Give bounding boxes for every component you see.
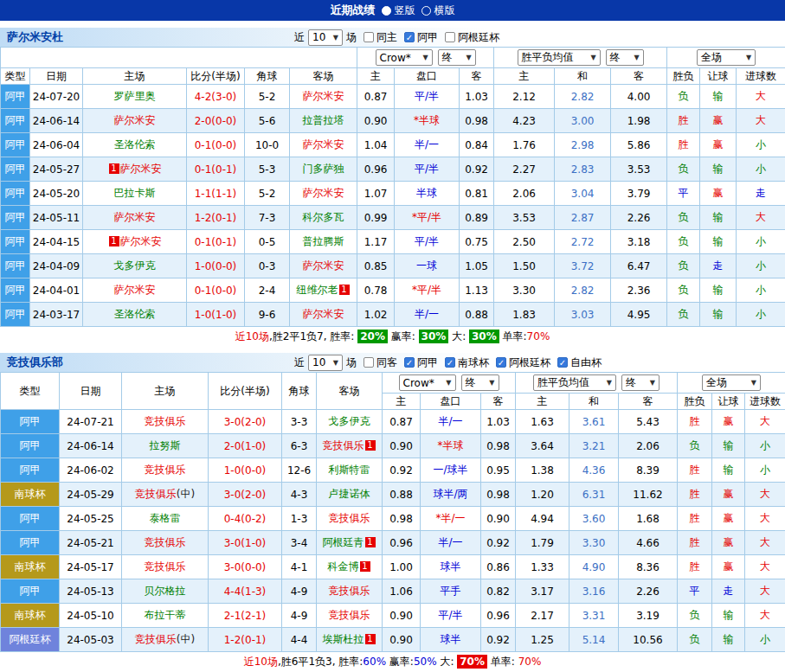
odds-home-cell: 0.85: [357, 254, 395, 278]
chevron-down-icon: ▼: [607, 379, 612, 387]
checkbox-unchecked-icon[interactable]: [364, 357, 374, 368]
checkbox-checked-icon[interactable]: ✓: [404, 357, 415, 368]
avg-odds-cell: 胜平负均值 ▼ 终 ▼: [494, 48, 667, 68]
filter-option-label: 同客: [376, 355, 397, 370]
bookmaker-select[interactable]: Crow* ▼: [376, 49, 433, 66]
team-name-text: 门多萨独: [303, 163, 344, 175]
score-cell: 0-1(0-1): [187, 230, 245, 254]
radio-horizontal-layout[interactable]: 横版: [421, 3, 455, 18]
outcome-cell: 负: [678, 434, 712, 458]
home-team-cell: 竞技俱乐: [122, 531, 209, 555]
avg-draw-cell: 2.82: [555, 85, 611, 109]
score-cell: 0-1(0-0): [187, 133, 245, 157]
summary-segment: 近10场: [244, 655, 278, 669]
odds-final-select[interactable]: 终 ▼: [438, 49, 476, 66]
handicap-cell: 平/半: [395, 230, 460, 254]
filter-option-同客[interactable]: 同客: [364, 355, 397, 370]
summary-line: 近10场,胜6平1负3, 胜率:60% 赢率:50% 大: 70% 单率: 70…: [0, 652, 785, 671]
avg-draw-cell: 3.16: [569, 579, 619, 604]
team-name-text: 竞技俱乐: [145, 536, 186, 548]
odds-selector-row: 类型 日期 主场 比分(半场) 角球 客场 Crow* ▼ 终 ▼: [1, 373, 785, 394]
handicap-result-cell: 赢: [712, 531, 745, 555]
scope-select[interactable]: 全场 ▼: [697, 49, 756, 66]
avg-draw-cell: 6.31: [569, 483, 619, 507]
score-cell: 1-2(0-1): [209, 628, 282, 652]
goals-result-cell: 小: [745, 628, 785, 652]
home-team-cell: 布拉干蒂: [122, 604, 209, 628]
scope-select[interactable]: 全场 ▼: [702, 374, 761, 391]
filter-option-自由杯[interactable]: ✓自由杯: [557, 355, 602, 370]
checkbox-unchecked-icon[interactable]: [364, 32, 374, 42]
match-row: 阿甲24-05-25泰格雷0-4(0-2)1-3竞技俱乐0.98*半/一0.90…: [1, 507, 785, 531]
avg-away-cell: 1.68: [619, 507, 678, 531]
bookmaker-select[interactable]: Crow* ▼: [399, 374, 456, 391]
score-cell: 2-1(2-1): [209, 604, 282, 628]
avg-away-cell: 2.36: [611, 278, 667, 303]
team-name-text: 拉努斯: [150, 439, 181, 451]
team-name-text: 萨尔米安: [114, 211, 156, 223]
home-team-cell: 萨尔米安: [83, 206, 187, 230]
radio-label: 竖版: [395, 3, 415, 18]
handicap-cell: 半球: [395, 182, 460, 206]
filter-option-阿根廷杯[interactable]: ✓阿根廷杯: [496, 355, 550, 370]
match-row: 阿甲24-04-09戈多伊克1-0(0-0)0-3萨尔米安0.85一球1.051…: [1, 254, 785, 278]
neutral-venue-suffix: (中): [177, 633, 195, 645]
date-cell: 24-06-02: [60, 458, 122, 483]
date-cell: 24-04-01: [30, 278, 83, 303]
outcome-cell: 胜: [678, 410, 712, 434]
match-count-select[interactable]: 10 ▼: [308, 29, 343, 46]
away-team-cell: 萨尔米安: [290, 303, 357, 327]
avg-final-select[interactable]: 终 ▼: [621, 374, 660, 391]
score-cell: 1-0(0-0): [187, 254, 245, 278]
avg-away-cell: 1.98: [611, 109, 667, 133]
filter-option-阿甲[interactable]: ✓阿甲: [404, 30, 438, 45]
match-count-select[interactable]: 10 ▼: [308, 355, 343, 371]
summary-segment: 20%: [357, 330, 388, 343]
home-team-cell: 1萨尔米安: [83, 230, 187, 254]
corners-cell: 9-6: [245, 303, 290, 327]
match-row: 阿甲24-07-21竞技俱乐3-0(2-0)3-3戈多伊克0.87半/一1.03…: [1, 410, 785, 434]
avg-odds-select[interactable]: 胜平负均值 ▼: [533, 374, 616, 391]
summary-segment: 单率:: [499, 330, 527, 344]
checkbox-checked-icon[interactable]: ✓: [557, 357, 568, 368]
avg-draw-cell: 2.98: [555, 133, 611, 157]
team-name: 竞技俱乐部: [0, 355, 294, 370]
team-name-text: 萨尔米安: [114, 284, 156, 296]
radio-vertical-layout[interactable]: 竖版: [382, 3, 415, 18]
goals-result-cell: 小: [745, 434, 785, 458]
checkbox-checked-icon[interactable]: ✓: [496, 357, 506, 368]
avg-home-cell: 4.23: [494, 109, 555, 133]
outcome-cell: 胜: [678, 458, 712, 483]
odds-final-select[interactable]: 终 ▼: [461, 374, 499, 391]
odds-away-cell: 0.92: [460, 157, 494, 182]
checkbox-checked-icon[interactable]: ✓: [445, 357, 455, 368]
avg-draw-cell: 3.00: [555, 109, 611, 133]
team-name-text: 萨尔米安: [303, 259, 344, 272]
filter-option-阿根廷杯[interactable]: 阿根廷杯: [445, 30, 499, 45]
filter-option-南球杯[interactable]: ✓南球杯: [445, 355, 489, 370]
radio-unselected-icon[interactable]: [421, 6, 431, 16]
avg-away-cell: 4.00: [611, 85, 667, 109]
team-name-text: 科尔多瓦: [303, 211, 344, 223]
filter-option-同主[interactable]: 同主: [364, 30, 397, 45]
home-team-cell: 戈多伊克: [83, 254, 187, 278]
filter-option-阿甲[interactable]: ✓阿甲: [404, 355, 438, 370]
home-team-cell: 泰格雷: [122, 507, 209, 531]
odds-away-cell: 0.92: [481, 531, 516, 555]
filter-option-label: 阿甲: [417, 30, 438, 45]
checkbox-checked-icon[interactable]: ✓: [404, 32, 415, 42]
handicap-cell: *半球: [395, 109, 460, 133]
avg-home-cell: 1.50: [494, 254, 555, 278]
avg-final-select[interactable]: 终 ▼: [606, 49, 644, 66]
handicap-result-cell: 输: [712, 434, 745, 458]
checkbox-unchecked-icon[interactable]: [445, 32, 455, 42]
avg-odds-select[interactable]: 胜平负均值 ▼: [518, 49, 601, 66]
outcome-cell: 胜: [678, 531, 712, 555]
handicap-result-cell: 输: [700, 85, 737, 109]
radio-selected-icon[interactable]: [382, 6, 391, 16]
odds-away-cell: 0.86: [481, 555, 516, 579]
avg-home-cell: 2.50: [494, 230, 555, 254]
score-cell: 0-1(0-0): [187, 278, 245, 303]
red-card-badge: 1: [365, 440, 376, 451]
away-team-cell: 科尔多瓦: [290, 206, 357, 230]
